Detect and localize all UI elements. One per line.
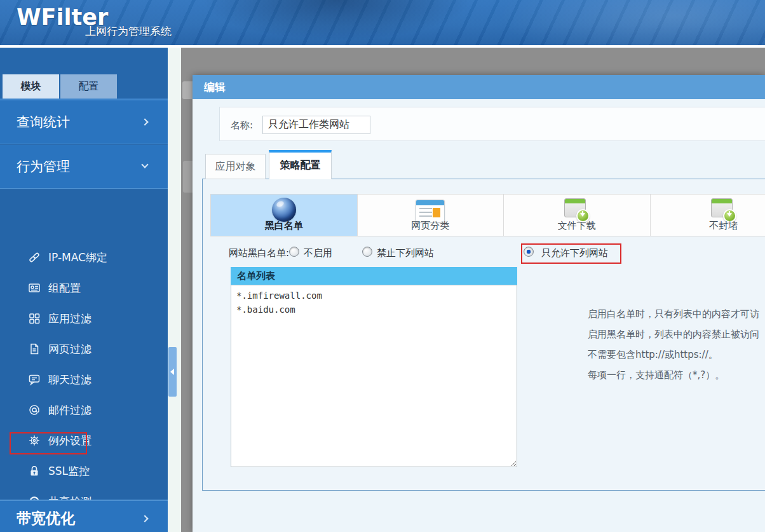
name-input[interactable]: [262, 116, 370, 134]
sidebar-item-ipmac-binding[interactable]: IP-MAC绑定: [0, 247, 168, 268]
policy-tab-no-block[interactable]: 不封堵: [651, 194, 765, 236]
sidebar-item-ssl-monitor[interactable]: SSL监控: [0, 460, 168, 482]
sidebar-section-behavior-mgmt[interactable]: 行为管理: [0, 145, 168, 189]
sidebar: 模块 配置 查询统计 行为管理 IP-MAC绑定 组配置: [0, 48, 168, 532]
radio-allow-only-listed[interactable]: [524, 247, 534, 257]
policy-tab-label: 网页分类: [358, 220, 504, 232]
chat-icon: [28, 373, 41, 386]
policy-tab-strip: 黑白名单 网页分类 文件下载 不封堵: [210, 194, 765, 236]
radio-disabled[interactable]: [289, 247, 299, 257]
sidebar-item-label: 组配置: [48, 277, 81, 299]
policy-tab-blackwhite-list[interactable]: 黑白名单: [211, 194, 358, 236]
help-line: 启用黑名单时，列表中的内容禁止被访问: [588, 324, 765, 344]
webpage-icon: [28, 343, 41, 355]
help-line: 不需要包含http://或https://。: [588, 344, 765, 365]
sidebar-item-label: SSL监控: [48, 460, 90, 482]
policy-tab-file-download[interactable]: 文件下载: [504, 194, 651, 236]
sidebar-item-app-filter[interactable]: 应用过滤: [0, 308, 168, 329]
help-text-block: 启用白名单时，只有列表中的内容才可访 启用黑名单时，列表中的内容禁止被访问 不需…: [588, 304, 765, 393]
sidebar-item-label: 聊天过滤: [48, 369, 91, 390]
sidebar-item-exception-settings[interactable]: 例外设置: [0, 430, 168, 451]
category-icon: [416, 200, 445, 222]
section-label: 查询统计: [17, 114, 70, 130]
sidebar-item-group-config[interactable]: 组配置: [0, 277, 168, 299]
radio-block-listed-label[interactable]: 禁止下列网站: [377, 247, 434, 259]
dialog-title-bar: 编辑: [193, 75, 765, 99]
sidebar-item-label: 网页过滤: [48, 338, 91, 360]
policy-tab-label: 黑白名单: [211, 220, 357, 232]
sidebar-section-query-stats[interactable]: 查询统计: [0, 100, 168, 144]
policy-tab-label: 不封堵: [651, 220, 765, 232]
chevron-right-icon: [141, 515, 148, 522]
top-header-bar: WFilter 上网行为管理系统: [0, 0, 765, 45]
sidebar-collapse-handle[interactable]: [168, 347, 177, 397]
site-list-textarea[interactable]: *.imfirewall.com *.baidu.com: [231, 285, 517, 467]
sidebar-item-web-filter[interactable]: 网页过滤: [0, 338, 168, 360]
sidebar-section-bandwidth[interactable]: 带宽优化: [0, 500, 168, 532]
sidebar-item-label: 邮件过滤: [48, 399, 91, 421]
download-icon: [711, 198, 736, 222]
sidebar-item-label: IP-MAC绑定: [48, 247, 107, 268]
header-divider: [0, 45, 765, 48]
tab-apply-objects[interactable]: 应用对象: [205, 154, 266, 179]
sidebar-submenu: IP-MAC绑定 组配置 应用过滤 网页过滤: [0, 189, 168, 500]
lock-icon: [28, 465, 41, 477]
sidebar-tab-config[interactable]: 配置: [60, 74, 117, 99]
at-sign-icon: [28, 404, 41, 416]
radio-disabled-label[interactable]: 不启用: [304, 247, 332, 259]
radio-allow-only-listed-label[interactable]: 只允许下列网站: [541, 247, 608, 259]
sidebar-item-label: 应用过滤: [48, 308, 91, 329]
tab-policy-config[interactable]: 策略配置: [269, 150, 332, 179]
blacklist-setting-label: 网站黑白名单:: [229, 247, 289, 259]
list-header: 名单列表: [231, 267, 517, 285]
section-label: 带宽优化: [17, 510, 75, 526]
sidebar-item-chat-filter[interactable]: 聊天过滤: [0, 369, 168, 390]
sidebar-gutter: [168, 48, 181, 532]
chevron-down-icon: [141, 161, 148, 168]
brand-subtitle: 上网行为管理系统: [85, 24, 172, 39]
sidebar-item-mail-filter[interactable]: 邮件过滤: [0, 399, 168, 421]
download-icon: [564, 198, 590, 222]
chevron-right-icon: [141, 118, 148, 125]
link-icon: [28, 251, 41, 264]
name-field-label: 名称:: [231, 119, 253, 132]
help-line: 启用白名单时，只有列表中的内容才可访: [588, 304, 765, 324]
policy-tab-web-category[interactable]: 网页分类: [358, 194, 504, 236]
help-line: 每项一行，支持通配符（*,?）。: [588, 365, 765, 385]
sidebar-tab-modules[interactable]: 模块: [3, 74, 59, 99]
globe-icon: [272, 198, 296, 222]
dialog-title: 编辑: [204, 81, 226, 93]
apps-icon: [28, 312, 41, 325]
group-icon: [28, 282, 41, 294]
radio-block-listed[interactable]: [362, 247, 372, 257]
gear-icon: [28, 434, 41, 447]
section-label: 行为管理: [17, 159, 70, 174]
page-root: WFilter 上网行为管理系统 模块 配置 查询统计 行为管理 IP-MAC绑…: [0, 0, 765, 532]
sidebar-item-label: 例外设置: [48, 430, 91, 451]
policy-tab-label: 文件下载: [504, 220, 650, 232]
